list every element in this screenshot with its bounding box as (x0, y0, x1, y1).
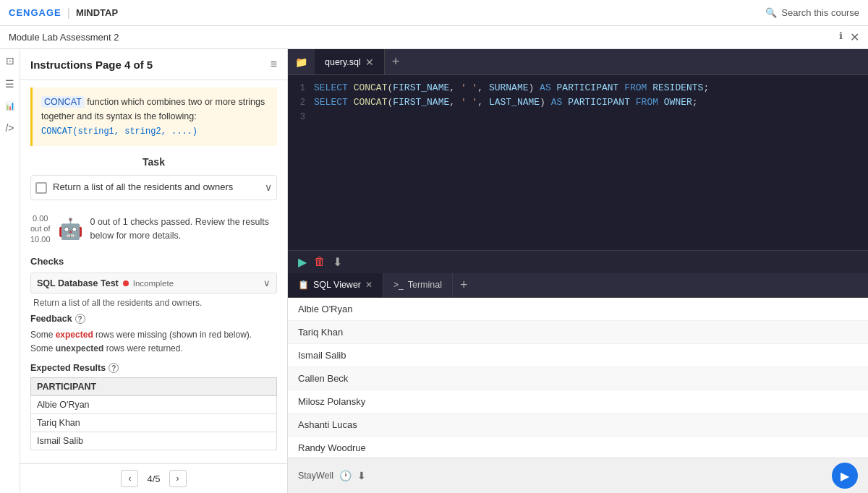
score-area: 0.00 out of 10.00 🤖 0 out of 1 checks pa… (30, 209, 277, 249)
checks-section: Checks SQL Database Test Incomplete ∨ Re… (30, 256, 277, 450)
task-item: Return a list of all the residents and o… (30, 175, 277, 200)
score-message: 0 out of 1 checks passed. Review the res… (90, 217, 269, 241)
expected-results-table: PARTICIPANT Albie O'RyanTariq KhanIsmail… (30, 377, 277, 450)
code-line: 1SELECT CONCAT(FIRST_NAME, ' ', SURNAME)… (288, 82, 868, 97)
search-icon: 🔍 (765, 7, 777, 18)
expected-results: Expected Results ? PARTICIPANT Albie O'R… (30, 363, 277, 450)
task-section: Task Return a list of all the residents … (30, 156, 277, 200)
sql-result-row: Randy Woodrue (288, 437, 868, 458)
file-tabs: 📁 query.sql ✕ + (288, 49, 868, 75)
score-out-of: out of (30, 223, 51, 233)
code-editor[interactable]: 1SELECT CONCAT(FIRST_NAME, ' ', SURNAME)… (288, 75, 868, 250)
sidebar-icon-menu[interactable]: ☰ (5, 78, 14, 90)
table-row: Tariq Khan (31, 414, 277, 432)
left-sidebar-icons: ⊡ ☰ 📊 /> (0, 49, 20, 493)
highlight-keyword: CONCAT (41, 96, 85, 108)
sql-viewer-tab-label: SQL Viewer (313, 280, 361, 290)
tab-add-button[interactable]: + (385, 54, 407, 69)
tab-label: query.sql (325, 57, 361, 67)
table-row: Albie O'Ryan (31, 396, 277, 414)
sql-result-row: Tariq Khan (288, 321, 868, 344)
delete-button[interactable]: 🗑 (314, 255, 326, 268)
line-code: SELECT CONCAT(FIRST_NAME, ' ', LAST_NAME… (314, 97, 698, 111)
query-sql-tab[interactable]: query.sql ✕ (315, 49, 385, 74)
play-button[interactable]: ▶ (832, 463, 858, 489)
module-title: Module Lab Assessment 2 (9, 32, 119, 43)
participant-header: PARTICIPANT (31, 378, 277, 396)
search-label: Search this course (781, 7, 859, 18)
bottom-tabs: 📋 SQL Viewer ✕ >_ Terminal + (288, 273, 868, 298)
feedback-title: Feedback ? (30, 314, 277, 324)
terminal-tab[interactable]: >_ Terminal (383, 273, 453, 297)
task-checkbox[interactable] (35, 182, 47, 194)
score-value: 0.00 (33, 213, 48, 223)
sidebar-icon-panel[interactable]: ⊡ (6, 55, 14, 67)
instructions-header: Instructions Page 4 of 5 ≡ (20, 49, 287, 80)
main-layout: ⊡ ☰ 📊 /> Instructions Page 4 of 5 ≡ CONC… (0, 49, 868, 493)
pagination: ‹ 4/5 › (20, 463, 287, 493)
mindtap-logo: MINDTAP (76, 7, 118, 18)
sidebar-icon-chart[interactable]: 📊 (5, 101, 15, 111)
top-bar: CENGAGE | MINDTAP 🔍 Search this course (0, 0, 868, 26)
sql-result-row: Ismail Salib (288, 344, 868, 367)
feedback-text: Some expected rows were missing (shown i… (30, 328, 277, 356)
status-dot (123, 280, 129, 286)
expected-results-title: Expected Results ? (30, 363, 277, 373)
sql-viewer-close-icon[interactable]: ✕ (365, 280, 373, 290)
instructions-panel: Instructions Page 4 of 5 ≡ CONCAT functi… (20, 49, 288, 493)
task-chevron-icon[interactable]: ∨ (265, 181, 272, 193)
feedback-info-icon[interactable]: ? (75, 314, 85, 324)
bottom-tab-add-button[interactable]: + (453, 278, 475, 293)
sql-test-title: SQL Database Test Incomplete (37, 278, 174, 288)
terminal-tab-label: Terminal (408, 280, 442, 290)
sql-result-row: Milosz Polansky (288, 390, 868, 413)
instructions-content: CONCAT function which combines two or mo… (20, 80, 287, 463)
line-code: SELECT CONCAT(FIRST_NAME, ' ', SURNAME) … (314, 82, 709, 97)
sql-bottom-bar: StayWell 🕐 ⬇ ▶ (288, 458, 868, 493)
line-number: 3 (288, 111, 314, 126)
task-text: Return a list of all the residents and o… (53, 181, 259, 192)
page-number: 4/5 (147, 473, 160, 484)
terminal-icon: >_ (393, 280, 404, 290)
sql-result-row: Albie O'Ryan (288, 298, 868, 321)
instructions-title: Instructions Page 4 of 5 (30, 59, 153, 71)
module-bar: Module Lab Assessment 2 ℹ ✕ (0, 26, 868, 49)
tab-close-icon[interactable]: ✕ (365, 56, 374, 68)
sql-viewer-tab[interactable]: 📋 SQL Viewer ✕ (288, 273, 383, 297)
history-icon[interactable]: 🕐 (339, 470, 352, 481)
score-total: 10.00 (30, 234, 51, 244)
next-page-button[interactable]: › (169, 470, 187, 487)
info-icon[interactable]: ℹ (839, 30, 843, 44)
logo-area: CENGAGE | MINDTAP (9, 7, 118, 20)
code-line: 2SELECT CONCAT(FIRST_NAME, ' ', LAST_NAM… (288, 97, 868, 111)
task-header: Task (30, 156, 277, 168)
play-icon: ▶ (841, 469, 849, 483)
close-icon[interactable]: ✕ (850, 30, 859, 44)
sql-result-row: Ashanti Lucas (288, 413, 868, 437)
sql-test-chevron-icon[interactable]: ∨ (263, 278, 271, 288)
download-button[interactable]: ⬇ (333, 255, 342, 269)
robot-icon: 🤖 (58, 217, 83, 241)
instructions-menu-icon[interactable]: ≡ (271, 58, 277, 71)
highlight-box: CONCAT function which combines two or mo… (30, 87, 277, 146)
sql-results: Albie O'RyanTariq KhanIsmail SalibCallen… (288, 298, 868, 458)
search-area[interactable]: 🔍 Search this course (765, 7, 859, 18)
sql-test-header: SQL Database Test Incomplete ∨ (30, 273, 277, 293)
cengage-logo: CENGAGE (9, 7, 61, 18)
sql-test-label: SQL Database Test (37, 278, 119, 288)
feedback-section: Feedback ? Some expected rows were missi… (30, 314, 277, 356)
highlight-code: CONCAT(string1, string2, ....) (41, 127, 197, 137)
editor-area: 📁 query.sql ✕ + 1SELECT CONCAT(FIRST_NAM… (288, 49, 868, 493)
prev-page-button[interactable]: ‹ (121, 470, 138, 487)
folder-icon: 📁 (288, 56, 315, 68)
expected-info-icon[interactable]: ? (109, 363, 119, 373)
sql-viewer-tab-icon: 📋 (298, 280, 309, 290)
table-row: Ismail Salib (31, 432, 277, 450)
code-line: 3 (288, 111, 868, 126)
sidebar-icon-tag[interactable]: /> (5, 122, 14, 134)
bottom-download-icon[interactable]: ⬇ (357, 470, 366, 481)
staywell-label: StayWell (298, 471, 333, 481)
line-number: 2 (288, 97, 314, 111)
sql-test-desc: Return a list of all the residents and o… (30, 298, 277, 308)
run-button[interactable]: ▶ (298, 255, 307, 269)
